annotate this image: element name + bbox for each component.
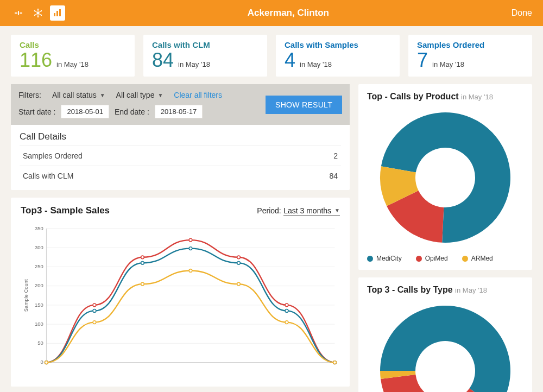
pie-type-chart <box>375 300 516 392</box>
pie2-title: Top 3 - Calls by Type <box>367 285 453 294</box>
legend-item: ARMed <box>462 255 493 262</box>
legend-item: OpiMed <box>416 255 448 262</box>
show-result-button[interactable]: SHOW RESULT <box>266 96 342 114</box>
svg-text:Sample Count: Sample Count <box>23 279 29 312</box>
pie-type-panel: Top 3 - Calls by Type in May '18 <box>358 277 532 392</box>
period-select[interactable]: Last 3 months▼ <box>283 206 340 216</box>
kpi-label: Samples Ordered <box>417 40 523 49</box>
period-value: Last 3 months <box>283 206 331 215</box>
kpi-period: in May '18 <box>300 60 332 68</box>
end-date-input[interactable]: 2018-05-17 <box>155 105 203 118</box>
svg-point-51 <box>141 282 144 286</box>
kpi-calls-samples[interactable]: Calls with Samples 4in May '18 <box>276 35 400 77</box>
svg-text:350: 350 <box>35 225 43 231</box>
svg-point-12 <box>34 15 35 16</box>
filter-type-value: All call type <box>116 91 155 99</box>
pie-product-chart <box>375 107 516 248</box>
svg-point-9 <box>41 10 42 11</box>
kpi-period: in May '18 <box>432 60 464 68</box>
svg-point-39 <box>237 256 241 259</box>
pie-product-panel: Top - Calls by Product in May '18 MediCi… <box>358 84 532 270</box>
legend-item: MediCity <box>367 255 402 262</box>
kpi-value: 7 <box>417 50 428 70</box>
svg-rect-16 <box>59 9 61 16</box>
svg-point-45 <box>189 247 192 250</box>
filter-call-status[interactable]: All call status▼ <box>52 91 105 99</box>
end-date-label: End date : <box>115 108 149 116</box>
legend-dot-icon <box>416 256 422 262</box>
legend-dot-icon <box>367 256 373 262</box>
svg-point-44 <box>141 262 144 265</box>
svg-point-11 <box>37 16 39 17</box>
dashboard-icon[interactable] <box>50 5 65 21</box>
legend-label: MediCity <box>376 255 402 262</box>
svg-point-50 <box>93 321 96 324</box>
pie-legend: MediCity OpiMed ARMed <box>367 255 523 262</box>
detail-row: Samples Ordered 2 <box>20 146 341 166</box>
svg-point-10 <box>41 15 42 16</box>
kpi-period: in May '18 <box>56 60 89 68</box>
kpi-calls-clm[interactable]: Calls with CLM 84in May '18 <box>143 35 267 77</box>
svg-point-53 <box>237 282 241 286</box>
legend-dot-icon <box>462 256 468 262</box>
kpi-label: Calls with Samples <box>285 40 391 49</box>
svg-point-38 <box>189 238 192 242</box>
done-button[interactable]: Done <box>512 8 532 18</box>
kpi-value: 116 <box>20 50 52 70</box>
kpi-period: in May '18 <box>178 60 210 68</box>
svg-point-13 <box>34 10 35 11</box>
svg-point-36 <box>93 304 96 307</box>
detail-label: Samples Ordered <box>23 151 83 160</box>
filter-status-value: All call status <box>52 91 97 99</box>
start-date-label: Start date : <box>18 108 55 116</box>
network-icon[interactable] <box>30 5 46 21</box>
detail-value: 2 <box>333 151 338 160</box>
filters-label: Filters: <box>18 91 41 99</box>
legend-label: OpiMed <box>425 255 448 262</box>
svg-point-52 <box>189 269 192 273</box>
detail-row: Calls with CLM 84 <box>20 166 341 186</box>
svg-point-49 <box>45 361 48 364</box>
filters-details-panel: Filters: All call status▼ All call type▼… <box>11 84 350 190</box>
svg-rect-14 <box>54 13 55 16</box>
top-bar: Ackerman, Clinton Done <box>0 0 543 26</box>
svg-point-8 <box>37 9 39 10</box>
legend-label: ARMed <box>471 255 493 262</box>
period-label: Period: <box>257 206 281 215</box>
detail-value: 84 <box>329 172 338 180</box>
kpi-value: 84 <box>152 50 174 70</box>
svg-text:150: 150 <box>35 302 43 308</box>
clear-filters-link[interactable]: Clear all filters <box>174 91 222 99</box>
svg-point-54 <box>285 321 288 324</box>
line-chart-title: Top3 - Sample Sales <box>21 205 110 216</box>
svg-text:0: 0 <box>40 359 43 365</box>
pie2-sub: in May '18 <box>455 286 487 294</box>
svg-point-47 <box>285 309 288 313</box>
kpi-label: Calls <box>20 40 126 49</box>
line-chart-panel: Top3 - Sample Sales Period: Last 3 month… <box>11 198 350 387</box>
detail-label: Calls with CLM <box>23 172 73 180</box>
caret-down-icon: ▼ <box>157 92 163 98</box>
pie1-title: Top - Calls by Product <box>367 92 459 101</box>
svg-text:100: 100 <box>35 321 43 327</box>
pie1-sub: in May '18 <box>461 93 493 101</box>
svg-text:200: 200 <box>35 282 43 288</box>
kpi-calls[interactable]: Calls 116in May '18 <box>11 35 135 77</box>
kpi-row: Calls 116in May '18 Calls with CLM 84in … <box>11 35 532 77</box>
caret-down-icon: ▼ <box>100 92 105 98</box>
svg-rect-15 <box>56 11 58 16</box>
page-title: Ackerman, Clinton <box>65 8 512 18</box>
svg-text:250: 250 <box>35 263 43 269</box>
filter-bar: Filters: All call status▼ All call type▼… <box>11 84 350 125</box>
svg-point-37 <box>141 256 144 259</box>
kpi-samples-ordered[interactable]: Samples Ordered 7in May '18 <box>408 35 532 77</box>
top-icon-group <box>11 5 65 21</box>
start-date-input[interactable]: 2018-05-01 <box>61 105 109 118</box>
filter-call-type[interactable]: All call type▼ <box>116 91 163 99</box>
svg-point-46 <box>237 262 241 265</box>
svg-point-40 <box>285 304 288 307</box>
svg-text:300: 300 <box>35 244 43 250</box>
line-chart: 050100150200250300350Sample Count <box>21 219 340 377</box>
svg-text:50: 50 <box>37 340 43 346</box>
timeline-icon[interactable] <box>11 5 26 21</box>
